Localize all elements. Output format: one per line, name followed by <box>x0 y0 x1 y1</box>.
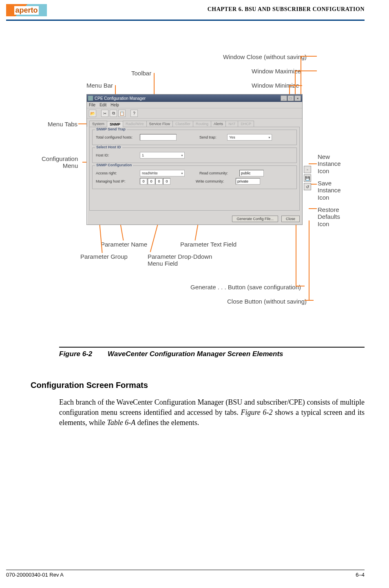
figure-number: Figure 6-2 <box>59 350 92 358</box>
callout-param-dd: Parameter Drop-Ddown Menu Field <box>148 253 212 267</box>
input-managing-host-ip[interactable] <box>140 178 170 185</box>
save-instance-icon[interactable]: 💾 <box>304 174 311 182</box>
dropdown-send-trap[interactable]: Yes▼ <box>227 134 272 141</box>
callout-win-max: Window Maximize <box>252 68 301 75</box>
tab-nat[interactable]: NAT <box>225 121 238 127</box>
tab-snmp[interactable]: SNMP <box>107 121 123 127</box>
callout-param-text: Parameter Text Field <box>180 241 236 248</box>
content-panel: SNMP Send Trap Total configured hosts: S… <box>89 127 300 211</box>
app-icon <box>88 96 93 101</box>
callout-toolbar: Toolbar <box>131 70 151 77</box>
help-icon[interactable]: ? <box>130 110 138 117</box>
body-paragraph: Each branch of the WaveCenter Configurat… <box>59 397 365 428</box>
tab-routing[interactable]: Routing <box>193 121 211 127</box>
input-read-community[interactable] <box>239 170 264 176</box>
group-snmp-trap: SNMP Send Trap Total configured hosts: S… <box>92 130 297 145</box>
dropdown-host-id[interactable]: 1▼ <box>140 152 185 159</box>
label-managing-host-ip: Managing host IP: <box>96 179 137 183</box>
cut-icon[interactable]: ✂ <box>101 110 108 117</box>
label-read-community: Read community: <box>199 171 236 175</box>
callout-menu-tabs: Menu Tabs <box>48 121 77 128</box>
menu-file[interactable]: File <box>89 103 95 107</box>
callout-generate: Generate . . . Button (save configuratio… <box>190 284 301 291</box>
group-title-snmp-trap: SNMP Send Trap <box>95 127 127 131</box>
tab-alerts[interactable]: Alerts <box>211 121 226 127</box>
callout-new-instance: New Instance Icon <box>318 153 341 174</box>
close-button[interactable]: Close <box>281 216 300 222</box>
group-snmp-config: SNMP Configuration Access right: readWri… <box>92 165 297 189</box>
callout-restore-defaults: Restore Defaults Icon <box>318 206 340 227</box>
chapter-title: CHAPTER 6. BSU AND SUBSCRIBER CONFIGURAT… <box>208 4 365 13</box>
callout-param-group: Parameter Group <box>80 253 128 260</box>
figure-title: WaveCenter Configuration Manager Screen … <box>108 350 283 358</box>
dropdown-access-right[interactable]: readWrite▼ <box>140 170 185 176</box>
footer-doc-number: 070-20000340-01 Rev A <box>6 572 64 578</box>
copy-icon[interactable]: ⧉ <box>110 110 117 117</box>
callout-save-instance: Save Instance Icon <box>318 180 341 201</box>
callout-config-menu: Configuration Menu <box>42 155 78 170</box>
tab-dhcp[interactable]: DHCP <box>238 121 254 127</box>
label-total-hosts: Total configured hosts: <box>96 135 137 139</box>
minimize-button[interactable]: _ <box>281 95 287 101</box>
menu-help[interactable]: Help <box>111 103 119 107</box>
page-footer: 070-20000340-01 Rev A 6–4 <box>6 570 365 578</box>
tab-service-flow[interactable]: Service Flow <box>146 121 173 127</box>
input-total-hosts[interactable] <box>140 134 177 141</box>
page-header: aperto CHAPTER 6. BSU AND SUBSCRIBER CON… <box>0 0 389 16</box>
menu-bar: File Edit Help <box>87 102 302 108</box>
tab-radio[interactable]: Radio/Wire <box>123 121 147 127</box>
menu-edit[interactable]: Edit <box>99 103 106 107</box>
group-host-id: Select Host ID Host ID: 1▼ <box>92 148 297 163</box>
toolbar: 📂 ✂ ⧉ 📋 ? <box>87 108 302 119</box>
window-title: CPE Configuration Manager <box>95 96 146 101</box>
open-icon[interactable]: 📂 <box>89 110 96 117</box>
header-rule <box>6 20 365 21</box>
group-title-snmp-config: SNMP Configuration <box>95 163 133 167</box>
restore-defaults-icon[interactable]: ↺ <box>304 183 311 190</box>
generate-config-button[interactable]: Generate Config File... <box>232 216 278 222</box>
title-bar: CPE Configuration Manager _ □ × <box>87 95 302 102</box>
callout-param-name: Parameter Name <box>101 241 147 248</box>
table-reference: Table 6-A <box>107 418 135 427</box>
maximize-button[interactable]: □ <box>287 95 294 101</box>
new-instance-icon[interactable]: ▫ <box>304 166 311 173</box>
figure-area: Toolbar Menu Bar Menu Tabs Configuration… <box>23 45 366 339</box>
tab-classifier[interactable]: Classifier <box>172 121 193 127</box>
paste-icon[interactable]: 📋 <box>118 110 126 117</box>
section-heading: Configuration Screen Formats <box>31 381 365 390</box>
figure-caption-block: Figure 6-2 WaveCenter Configuration Mana… <box>59 347 365 358</box>
callout-close: Close Button (without saving) <box>227 298 307 305</box>
group-title-host-id: Select Host ID <box>95 145 122 149</box>
footer-page-number: 6–4 <box>356 572 365 578</box>
label-send-trap: Send trap: <box>199 135 224 139</box>
callout-menu-bar: Menu Bar <box>86 82 113 89</box>
label-write-community: Write community: <box>196 179 232 183</box>
aperto-logo: aperto <box>6 4 47 16</box>
app-window: CPE Configuration Manager _ □ × File Edi… <box>86 94 303 225</box>
input-write-community[interactable] <box>236 178 260 185</box>
tab-row: System SNMP Radio/Wire Service Flow Clas… <box>87 119 302 127</box>
label-access-right: Access right: <box>96 171 137 175</box>
callout-win-close: Window Close (without saving) <box>223 53 307 60</box>
close-window-button[interactable]: × <box>294 95 301 101</box>
figure-reference: Figure 6-2 <box>241 408 272 416</box>
tab-system[interactable]: System <box>89 121 107 127</box>
label-host-id: Host ID: <box>96 153 137 157</box>
